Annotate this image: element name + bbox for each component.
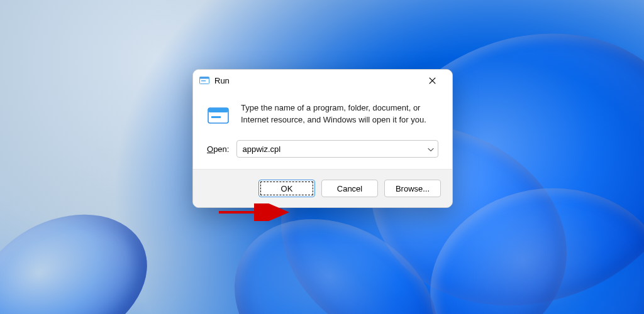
run-dialog: Run Type the name of a program, folder, … <box>192 69 453 208</box>
svg-rect-2 <box>201 80 206 81</box>
ok-button-label: OK <box>281 184 293 193</box>
ok-button[interactable]: OK <box>258 180 315 197</box>
close-button[interactable] <box>418 71 446 90</box>
svg-rect-4 <box>208 108 228 112</box>
cancel-button[interactable]: Cancel <box>321 180 378 197</box>
dialog-title: Run <box>214 76 230 85</box>
wallpaper-petal <box>0 188 169 314</box>
run-app-icon <box>207 105 230 127</box>
dialog-body: Type the name of a program, folder, docu… <box>193 91 452 169</box>
instruction-text: Type the name of a program, folder, docu… <box>241 102 438 126</box>
browse-button-label: Browse... <box>396 184 430 193</box>
dialog-buttons: OK Cancel Browse... <box>193 169 452 207</box>
cancel-button-label: Cancel <box>337 184 362 193</box>
close-icon <box>429 77 436 84</box>
titlebar[interactable]: Run <box>193 70 452 91</box>
svg-rect-1 <box>200 77 209 79</box>
svg-rect-5 <box>211 116 221 118</box>
open-label: Open: <box>207 144 229 154</box>
open-combobox[interactable] <box>236 140 438 158</box>
browse-button[interactable]: Browse... <box>384 180 441 197</box>
run-title-icon <box>199 75 209 85</box>
open-input[interactable] <box>236 140 438 158</box>
